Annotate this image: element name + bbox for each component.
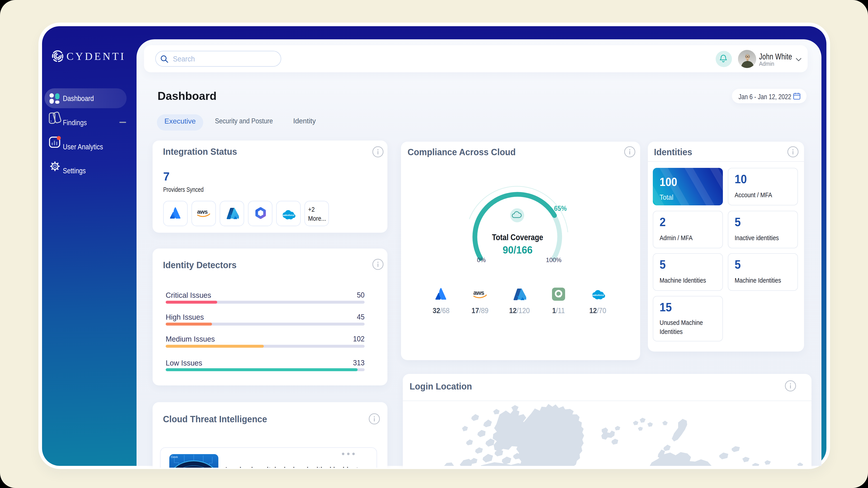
svg-text:Geek: Geek [171,455,178,459]
svg-text:aws: aws [197,208,208,215]
svg-text:salesforce: salesforce [283,214,294,217]
svg-text:aws: aws [473,289,484,296]
svg-text:CYDENTI: CYDENTI [66,51,126,62]
svg-text:salesforce: salesforce [592,294,604,296]
